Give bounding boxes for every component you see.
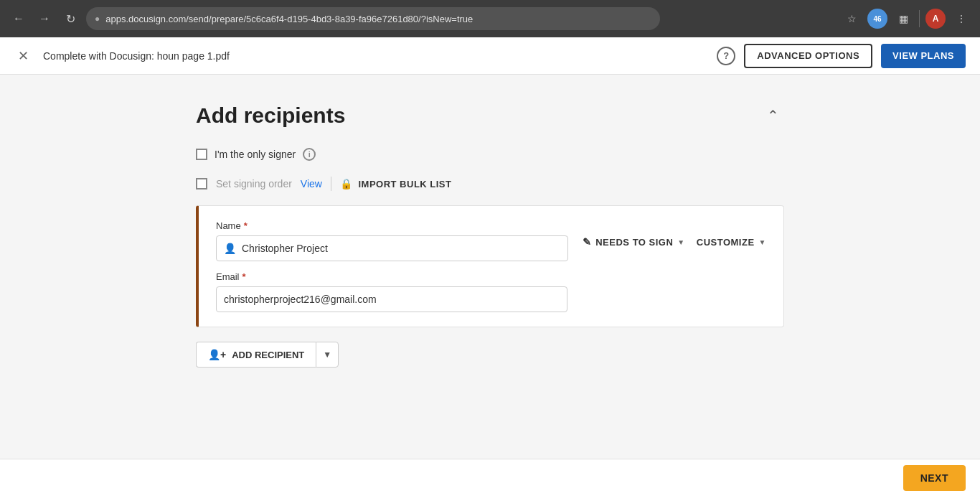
menu-button[interactable]: ⋮ — [951, 9, 971, 29]
add-recipient-button[interactable]: 👤+ ADD RECIPIENT — [196, 342, 316, 368]
add-person-icon: 👤+ — [208, 349, 226, 360]
divider — [331, 177, 331, 191]
view-link[interactable]: View — [301, 178, 322, 189]
add-recipient-dropdown[interactable]: ▼ — [316, 342, 339, 368]
pencil-icon: ✎ — [583, 236, 592, 248]
info-icon[interactable]: i — [303, 148, 316, 161]
extensions-button[interactable]: ▦ — [893, 9, 913, 29]
only-signer-label: I'm the only signer — [215, 149, 296, 160]
star-button[interactable]: ☆ — [842, 9, 862, 29]
reload-button[interactable]: ↻ — [60, 9, 80, 29]
doc-title: Complete with Docusign: houn page 1.pdf — [43, 50, 705, 62]
back-button[interactable]: ← — [9, 9, 29, 29]
user-avatar[interactable]: A — [925, 9, 946, 29]
only-signer-row: I'm the only signer i — [196, 148, 784, 161]
app-header: ✕ Complete with Docusign: houn page 1.pd… — [0, 37, 980, 75]
name-section: Name * 👤 Christopher Project — [216, 220, 568, 261]
browser-icons: ☆ 46 ▦ A ⋮ — [842, 9, 971, 29]
customize-button[interactable]: CUSTOMIZE ▼ — [697, 237, 766, 248]
collapse-button[interactable]: ⌃ — [761, 104, 784, 127]
needs-to-sign-dropdown-arrow: ▼ — [677, 238, 684, 246]
content-container: Add recipients ⌃ I'm the only signer i S… — [167, 103, 813, 368]
email-input[interactable]: christopherproject216@gmail.com — [216, 286, 567, 312]
import-bulk-button[interactable]: 🔒 IMPORT BULK LIST — [340, 178, 452, 189]
signing-order-checkbox[interactable] — [196, 178, 207, 189]
signing-order-row: Set signing order View 🔒 IMPORT BULK LIS… — [196, 177, 784, 191]
app-footer: NEXT — [0, 459, 980, 496]
name-required-star: * — [244, 220, 248, 231]
email-row: Email * christopherproject216@gmail.com — [216, 271, 766, 312]
address-bar[interactable]: ● apps.docusign.com/send/prepare/5c6ca6f… — [86, 7, 660, 30]
forward-button[interactable]: → — [34, 9, 55, 29]
header-actions: ? ADVANCED OPTIONS VIEW PLANS — [717, 44, 966, 68]
recipient-top-row: Name * 👤 Christopher Project ✎ NEEDS TO … — [216, 220, 766, 261]
recipient-card: Name * 👤 Christopher Project ✎ NEEDS TO … — [196, 205, 784, 327]
notification-button[interactable]: 46 — [867, 9, 887, 29]
add-recipient-section: 👤+ ADD RECIPIENT ▼ — [196, 342, 784, 368]
help-button[interactable]: ? — [717, 47, 735, 65]
next-button[interactable]: NEXT — [903, 465, 966, 491]
only-signer-checkbox[interactable] — [196, 149, 207, 160]
email-label: Email * — [216, 271, 766, 282]
url-text: apps.docusign.com/send/prepare/5c6ca6f4-… — [105, 14, 473, 24]
signing-order-label: Set signing order — [216, 178, 292, 189]
needs-to-sign-button[interactable]: ✎ NEEDS TO SIGN ▼ — [583, 236, 685, 248]
name-label: Name * — [216, 220, 568, 231]
main-content: Add recipients ⌃ I'm the only signer i S… — [0, 75, 980, 496]
close-button[interactable]: ✕ — [14, 47, 32, 65]
action-section: ✎ NEEDS TO SIGN ▼ CUSTOMIZE ▼ — [583, 220, 766, 248]
section-header: Add recipients ⌃ — [196, 103, 784, 128]
advanced-options-button[interactable]: ADVANCED OPTIONS — [744, 44, 872, 68]
customize-dropdown-arrow: ▼ — [759, 238, 766, 246]
view-plans-button[interactable]: VIEW PLANS — [881, 44, 966, 68]
section-title: Add recipients — [196, 103, 345, 128]
name-input[interactable]: 👤 Christopher Project — [216, 235, 568, 261]
browser-chrome: ← → ↻ ● apps.docusign.com/send/prepare/5… — [0, 0, 980, 37]
person-icon: 👤 — [224, 243, 236, 254]
email-required-star: * — [242, 271, 246, 282]
lock-icon: 🔒 — [340, 178, 353, 189]
